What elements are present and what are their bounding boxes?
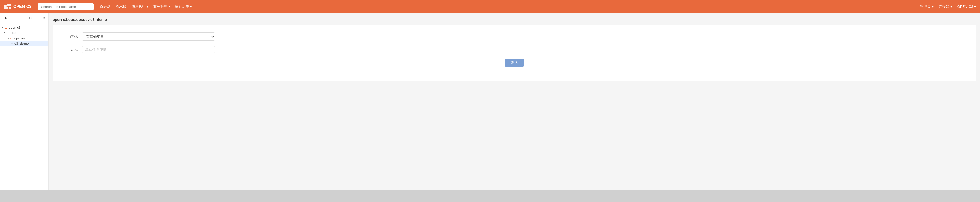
nav-exec-history[interactable]: 执行历史 ▾	[175, 4, 191, 9]
connector-menu[interactable]: 连接器 ▾	[939, 4, 952, 9]
tree-node-opsdev[interactable]: ▾ ⊏ opsdev	[0, 35, 48, 41]
open-c3-menu-chevron: ▾	[974, 5, 976, 9]
main-nav: 仪表盘 流水线 快速执行 ▾ 业务管理 ▾ 执行历史 ▾	[100, 4, 914, 9]
header-right: 管理员 ▾ 连接器 ▾ OPEN-C3 ▾	[920, 4, 976, 9]
sidebar-header: TREE ⊙ + − ↻	[0, 13, 48, 23]
form-row-job: 作业: 有其他变量 无变量 仅必填变量	[63, 32, 966, 41]
abc-input[interactable]	[82, 46, 215, 53]
confirm-button[interactable]: 确认	[504, 59, 524, 67]
job-select[interactable]: 有其他变量 无变量 仅必填变量	[82, 32, 215, 41]
sidebar-icon-group: ⊙ + − ↻	[29, 16, 45, 20]
open-c3-menu[interactable]: OPEN-C3 ▾	[957, 5, 976, 9]
admin-menu[interactable]: 管理员 ▾	[920, 4, 934, 9]
pin-icon[interactable]: ⊙	[29, 16, 32, 20]
tree-label-ops: ops	[11, 31, 16, 35]
add-icon[interactable]: +	[34, 16, 36, 20]
form-actions: 确认	[63, 59, 966, 67]
tree-label-opsdev: opsdev	[14, 36, 25, 40]
svg-rect-2	[4, 7, 8, 9]
nav-business-mgmt[interactable]: 业务管理 ▾	[153, 4, 170, 9]
tree-area: ▾ ⊏ open-c3 ▾ ⊏ ops ▾ ⊏ opsdev ≡ c3_demo	[0, 23, 48, 202]
chevron-opsdev: ▾	[8, 37, 9, 40]
sidebar: TREE ⊙ + − ↻ ▾ ⊏ open-c3 ▾ ⊏ ops	[0, 13, 49, 202]
nav-dashboard[interactable]: 仪表盘	[100, 4, 111, 9]
tree-label-open-c3: open-c3	[9, 26, 21, 29]
form-row-abc: abc:	[63, 46, 966, 53]
page-title: open-c3.ops.opsdev.c3_demo	[52, 18, 976, 22]
main-layout: TREE ⊙ + − ↻ ▾ ⊏ open-c3 ▾ ⊏ ops	[0, 13, 980, 202]
chevron-open-c3: ▾	[2, 26, 3, 29]
svg-rect-0	[4, 5, 6, 6]
nav-quick-exec-chevron: ▾	[147, 5, 148, 8]
connector-menu-chevron: ▾	[950, 5, 952, 9]
folder-icon-opsdev: ⊏	[10, 36, 13, 40]
sidebar-title: TREE	[3, 16, 27, 20]
app-header: OPEN-C3 仪表盘 流水线 快速执行 ▾ 业务管理 ▾ 执行历史 ▾ 管理员…	[0, 0, 980, 13]
content-area: open-c3.ops.opsdev.c3_demo 作业: 有其他变量 无变量…	[49, 13, 980, 202]
svg-rect-3	[9, 7, 11, 9]
tree-label-c3-demo: c3_demo	[14, 42, 29, 45]
tree-node-ops[interactable]: ▾ ⊏ ops	[0, 30, 48, 35]
nav-quick-exec[interactable]: 快速执行 ▾	[132, 4, 148, 9]
form-card: 作业: 有其他变量 无变量 仅必填变量 abc: 确认	[52, 25, 976, 81]
abc-label: abc:	[63, 48, 78, 52]
chevron-ops: ▾	[4, 32, 5, 34]
node-icon-c3-demo: ≡	[11, 42, 13, 45]
nav-business-mgmt-chevron: ▾	[169, 5, 170, 8]
folder-icon-ops: ⊏	[6, 31, 10, 35]
job-label: 作业:	[63, 34, 78, 39]
footer-bar	[0, 190, 980, 202]
refresh-icon[interactable]: ↻	[42, 16, 45, 20]
logo[interactable]: OPEN-C3	[4, 4, 32, 9]
logo-icon	[4, 4, 11, 9]
folder-icon-open-c3: ⊏	[5, 26, 7, 29]
nav-pipeline[interactable]: 流水线	[116, 4, 126, 9]
search-input[interactable]	[38, 3, 94, 10]
tree-node-open-c3[interactable]: ▾ ⊏ open-c3	[0, 25, 48, 30]
nav-exec-history-chevron: ▾	[190, 5, 191, 8]
admin-menu-chevron: ▾	[932, 5, 934, 9]
logo-text: OPEN-C3	[13, 4, 32, 9]
tree-node-c3-demo[interactable]: ≡ c3_demo	[0, 41, 48, 46]
minus-icon[interactable]: −	[38, 16, 40, 20]
svg-rect-1	[7, 4, 11, 6]
